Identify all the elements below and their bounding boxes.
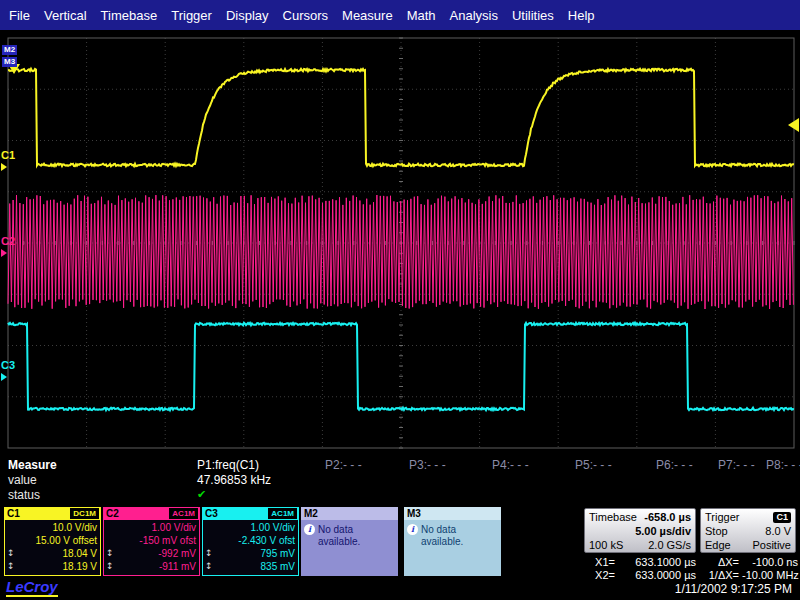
vertical-offset: 15.00 V offset [7, 534, 97, 547]
channel-header: C2 AC1M [103, 507, 200, 520]
channel-descriptor-c2[interactable]: C2 AC1M 1.00 V/div -150 mV ofst ↕-992 mV… [103, 507, 200, 576]
invdx-value: -10.00 MHz [742, 569, 798, 582]
channel-settings: 1.00 V/div -150 mV ofst ↕-992 mV ↕-911 m… [103, 520, 200, 576]
trace-label-c2[interactable]: C2 [1, 236, 15, 257]
timebase-samples: 100 kS [589, 538, 623, 552]
lecroy-logo: LeCroy [6, 578, 58, 597]
menu-item-display[interactable]: Display [219, 8, 276, 23]
oscilloscope-screen: FileVerticalTimebaseTriggerDisplayCursor… [0, 0, 800, 600]
level-arrows-icon: ↕ [7, 547, 15, 560]
timebase-panel[interactable]: Timebase -658.0 µs 5.00 µs/div 100 kS 2.… [584, 508, 696, 553]
coupling-badge: AC1M [169, 508, 198, 519]
math-body: iNo data available. [404, 520, 501, 576]
trigger-type: Edge [705, 538, 731, 552]
level-arrows-icon: ↕ [205, 547, 213, 560]
info-icon: i [304, 524, 315, 535]
measure-param-p1[interactable]: P1:freq(C1) [197, 458, 325, 472]
menu-item-help[interactable]: Help [561, 8, 602, 23]
x1-label: X1= [584, 556, 618, 569]
menu-item-utilities[interactable]: Utilities [505, 8, 561, 23]
channel-settings: 10.0 V/div 15.00 V offset ↕18.04 V ↕18.1… [4, 520, 101, 576]
measure-param-p6[interactable]: P6:- - - [656, 458, 718, 472]
menu-item-file[interactable]: File [2, 8, 37, 23]
trigger-source-badge: C1 [773, 512, 791, 523]
menu-item-cursors[interactable]: Cursors [276, 8, 336, 23]
menu-item-math[interactable]: Math [400, 8, 443, 23]
channel-id: C1 [7, 507, 20, 520]
level-arrows-icon: ↕ [106, 560, 114, 573]
menu-item-trigger[interactable]: Trigger [164, 8, 219, 23]
timebase-scale: 5.00 µs/div [635, 524, 691, 538]
cursor-readout: X1= 633.1000 µs ΔX= -100.0 ns X2= 633.00… [584, 556, 798, 582]
coupling-badge: AC1M [268, 508, 297, 519]
trace-tag-m2[interactable]: M2 [2, 45, 17, 55]
math-message: No data available. [421, 524, 483, 548]
channel-header: C1 DC1M [4, 507, 101, 520]
measure-status-label: status [0, 488, 197, 502]
menu-item-measure[interactable]: Measure [335, 8, 400, 23]
dx-value: -100.0 ns [742, 556, 798, 569]
menu-item-analysis[interactable]: Analysis [443, 8, 505, 23]
vertical-offset: -150 mV ofst [106, 534, 196, 547]
waveform-svg [0, 30, 800, 455]
level-arrows-icon: ↕ [205, 560, 213, 573]
math-message: No data available. [318, 524, 380, 548]
dx-label: ΔX= [696, 556, 742, 569]
level-arrows-icon: ↕ [7, 560, 15, 573]
invdx-label: 1/ΔX= [696, 569, 742, 582]
x1-value: 633.1000 µs [618, 556, 696, 569]
level-base-value: -911 mV [159, 560, 196, 573]
info-icon: i [407, 524, 418, 535]
level-base-value: 18.19 V [63, 560, 97, 573]
measure-param-p7[interactable]: P7:- - - [718, 458, 766, 472]
x2-label: X2= [584, 569, 618, 582]
level-top-value: 18.04 V [63, 547, 97, 560]
trigger-mode: Stop [705, 524, 728, 538]
trace-label-c3[interactable]: C3 [1, 360, 15, 381]
math-body: iNo data available. [301, 520, 398, 576]
trace-label-c1[interactable]: C1 [1, 150, 15, 171]
channel-descriptor-c3[interactable]: C3 AC1M 1.00 V/div -2.430 V ofst ↕795 mV… [202, 507, 299, 576]
coupling-badge: DC1M [70, 508, 99, 519]
vertical-scale: 1.00 V/div [205, 521, 295, 534]
trace-tag-m3[interactable]: M3 [2, 57, 17, 67]
channel-id: C3 [205, 507, 218, 520]
measure-param-p8[interactable]: P8:- - - [766, 458, 800, 472]
math-id: M3 [404, 507, 501, 520]
level-arrows-icon: ↕ [106, 547, 114, 560]
x2-value: 633.0000 µs [618, 569, 696, 582]
measure-param-p2[interactable]: P2:- - - [325, 458, 409, 472]
measure-value-p1: 47.96853 kHz [197, 473, 325, 487]
datetime: 1/11/2002 9:17:25 PM [675, 582, 792, 596]
measure-param-p3[interactable]: P3:- - - [409, 458, 492, 472]
waveform-display[interactable]: M2M3C1C2C3 [0, 30, 800, 455]
channel-id: C2 [106, 507, 119, 520]
measure-table: MeasureP1:freq(C1)P2:- - -P3:- - -P4:- -… [0, 457, 800, 502]
trigger-slope: Positive [752, 538, 791, 552]
menu-item-vertical[interactable]: Vertical [37, 8, 94, 23]
timebase-rate: 2.0 GS/s [648, 538, 691, 552]
trace-c1 [8, 69, 794, 167]
measure-status-p1: ✔ [197, 488, 325, 501]
vertical-scale: 10.0 V/div [7, 521, 97, 534]
menu-bar: FileVerticalTimebaseTriggerDisplayCursor… [0, 0, 800, 30]
level-top-value: 795 mV [261, 547, 295, 560]
timebase-label: Timebase [589, 510, 637, 524]
channel-header: C3 AC1M [202, 507, 299, 520]
menu-item-timebase[interactable]: Timebase [94, 8, 165, 23]
vertical-offset: -2.430 V ofst [205, 534, 295, 547]
measure-param-p5[interactable]: P5:- - - [575, 458, 656, 472]
measure-title: Measure [0, 458, 197, 472]
channel-descriptor-c1[interactable]: C1 DC1M 10.0 V/div 15.00 V offset ↕18.04… [4, 507, 101, 576]
trigger-panel[interactable]: Trigger C1 Stop 8.0 V Edge Positive [700, 508, 796, 553]
trigger-label: Trigger [705, 510, 739, 524]
measure-value-label: value [0, 473, 197, 487]
math-descriptor-m3[interactable]: M3 iNo data available. [404, 507, 501, 576]
level-base-value: 835 mV [261, 560, 295, 573]
math-descriptor-m2[interactable]: M2 iNo data available. [301, 507, 398, 576]
level-top-value: -992 mV [158, 547, 196, 560]
channel-settings: 1.00 V/div -2.430 V ofst ↕795 mV ↕835 mV [202, 520, 299, 576]
math-id: M2 [301, 507, 398, 520]
trigger-level: 8.0 V [765, 524, 791, 538]
measure-param-p4[interactable]: P4:- - - [492, 458, 575, 472]
